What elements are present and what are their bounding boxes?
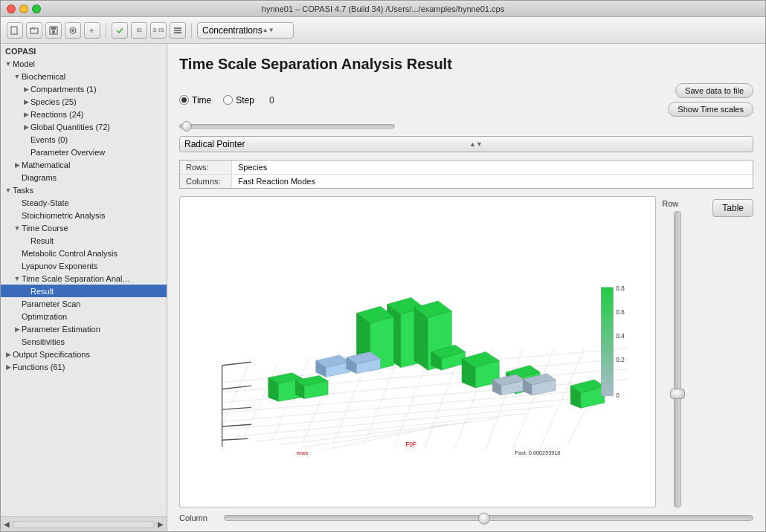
sidebar-item-reactions[interactable]: ▶ Reactions (24)	[1, 108, 167, 120]
radio-time[interactable]: Time	[179, 95, 211, 106]
window-controls	[7, 4, 41, 13]
close-button[interactable]	[7, 4, 16, 13]
column-slider-thumb[interactable]	[478, 513, 490, 525]
layout-button[interactable]	[170, 22, 186, 39]
nav-forward-icon[interactable]: ▶	[158, 520, 164, 528]
sidebar-item-functions[interactable]: ▶ Functions (61)	[1, 360, 167, 373]
svg-text:Fast: 0.000253918: Fast: 0.000253918	[515, 450, 561, 456]
sidebar-item-label: Parameter Scan	[22, 299, 167, 308]
page-title: Time Scale Separation Analysis Result	[179, 56, 753, 73]
main-window: hynne01 – COPASI 4.7 (Build 34) /Users/.…	[0, 0, 766, 532]
sidebar-item-sensitivities[interactable]: Sensitivities	[1, 335, 167, 348]
radio-time-circle	[179, 95, 189, 105]
sidebar-item-timescale-sep[interactable]: ▼ Time Scale Separation Anal…	[1, 272, 167, 285]
sidebar-item-result-tss[interactable]: Result	[1, 285, 167, 297]
column-slider[interactable]	[224, 515, 753, 521]
row-slider[interactable]	[674, 211, 681, 507]
top-slider-track[interactable]	[179, 124, 395, 129]
sidebar-item-stoichiometric[interactable]: Stoichiometric Analysis	[1, 209, 167, 221]
expand-icon: ▼	[13, 73, 22, 80]
check-button[interactable]	[112, 22, 128, 39]
sidebar-item-optimization[interactable]: Optimization	[1, 310, 167, 322]
svg-text:rows: rows	[297, 450, 309, 456]
sidebar-item-label: Parameter Estimation	[22, 325, 167, 334]
nav-back-icon[interactable]: ◀	[4, 520, 10, 528]
sidebar-item-label: Diagrams	[22, 173, 167, 182]
radio-step-circle	[223, 95, 233, 105]
svg-rect-9	[174, 27, 181, 29]
sidebar-item-lyapunov[interactable]: Lyapunov Exponents	[1, 259, 167, 272]
sidebar-item-model[interactable]: ▼ Model	[1, 57, 167, 70]
table-button[interactable]: Table	[712, 199, 753, 217]
sidebar-item-label: Parameter Overview	[30, 148, 167, 157]
expand-icon: ▶	[13, 161, 22, 169]
column-slider-row: Column	[179, 507, 753, 522]
sidebar-item-time-course[interactable]: ▼ Time Course	[1, 221, 167, 234]
controls-left: Time Step 0	[179, 95, 274, 106]
sidebar-item-label: Result	[30, 287, 167, 296]
sidebar-item-biochemical[interactable]: ▼ Biochemical	[1, 70, 167, 82]
svg-rect-0	[11, 27, 17, 34]
sidebar-item-label: Species (25)	[30, 97, 167, 106]
sidebar-scrollbar[interactable]	[13, 521, 155, 528]
chart-area[interactable]: 0.8 0.6 0.4 0.2 0 F0F rows Fast: 0.00025…	[179, 196, 656, 507]
sidebar-item-label: Compartments (1)	[30, 85, 167, 94]
row-slider-thumb[interactable]	[670, 389, 685, 399]
concentrations-dropdown[interactable]: Concentrations ▲▼	[197, 22, 294, 39]
rows-value: Species	[232, 160, 753, 174]
radio-step[interactable]: Step	[223, 95, 254, 106]
svg-point-7	[71, 29, 74, 32]
sidebar-item-metabolic[interactable]: Metabolic Control Analysis	[1, 247, 167, 259]
save-button-toolbar[interactable]	[45, 22, 62, 39]
mode-button-2[interactable]: S IS	[150, 22, 167, 39]
svg-marker-48	[414, 308, 428, 370]
sidebar-item-events[interactable]: Events (0)	[1, 133, 167, 146]
sidebar-item-species[interactable]: ▶ Species (25)	[1, 95, 167, 108]
sidebar-item-label: Biochemical	[22, 72, 167, 81]
sidebar-item-steady-state[interactable]: Steady-State	[1, 196, 167, 209]
expand-icon: ▶	[22, 123, 30, 131]
sidebar-item-diagrams[interactable]: Diagrams	[1, 171, 167, 184]
dropdown-row: Radical Pointer ▲▼	[179, 136, 753, 152]
save-data-button[interactable]: Save data to file	[675, 83, 753, 98]
sidebar-item-label: Sensitivities	[22, 337, 167, 346]
expand-icon: ▼	[13, 275, 22, 282]
radical-pointer-dropdown[interactable]: Radical Pointer ▲▼	[179, 136, 753, 152]
window-title: hynne01 – COPASI 4.7 (Build 34) /Users/.…	[262, 4, 504, 13]
sidebar-item-label: Model	[13, 59, 167, 68]
maximize-button[interactable]	[32, 4, 41, 13]
sidebar-item-global-quantities[interactable]: ▶ Global Quantities (72)	[1, 120, 167, 133]
sidebar-item-parameter-estimation[interactable]: ▶ Parameter Estimation	[1, 322, 167, 335]
dropdown-arrow-icon: ▲▼	[469, 140, 748, 148]
sidebar-item-label: Lyapunov Exponents	[22, 262, 167, 270]
sidebar-item-label: Steady-State	[22, 198, 167, 207]
sidebar-item-result-tc[interactable]: Result	[1, 234, 167, 247]
show-timescales-button[interactable]: Show Time scales	[668, 102, 753, 117]
sidebar-item-parameter-overview[interactable]: Parameter Overview	[1, 146, 167, 158]
info-table: Rows: Species Columns: Fast Reaction Mod…	[179, 160, 753, 189]
open-button[interactable]	[26, 22, 42, 39]
controls-row: Time Step 0 Save data to file Show Time …	[179, 83, 753, 117]
capture-button[interactable]	[65, 22, 81, 39]
sidebar-bottom: ◀ ▶	[1, 516, 167, 531]
sidebar-item-label: Events (0)	[30, 135, 167, 144]
step-value: 0	[269, 95, 274, 106]
sidebar-item-label: Result	[30, 236, 167, 245]
sidebar-item-mathematical[interactable]: ▶ Mathematical	[1, 158, 167, 171]
title-bar: hynne01 – COPASI 4.7 (Build 34) /Users/.…	[1, 1, 765, 17]
top-slider-thumb[interactable]	[181, 121, 192, 132]
sidebar-item-parameter-scan[interactable]: Parameter Scan	[1, 297, 167, 310]
sidebar-item-output-specs[interactable]: ▶ Output Specifications	[1, 348, 167, 360]
main-layout: COPASI ▼ Model ▼ Biochemical ▶ Compartme…	[1, 44, 765, 531]
add-button[interactable]: +	[84, 22, 100, 39]
sidebar-item-tasks[interactable]: ▼ Tasks	[1, 184, 167, 196]
minimize-button[interactable]	[19, 4, 28, 13]
sidebar-item-compartments[interactable]: ▶ Compartments (1)	[1, 82, 167, 95]
expand-icon: ▼	[4, 186, 13, 194]
new-button[interactable]	[7, 22, 23, 39]
sidebar-item-label: Time Scale Separation Anal…	[22, 274, 167, 283]
svg-text:0.6: 0.6	[616, 309, 625, 316]
svg-rect-10	[174, 30, 181, 31]
dropdown-arrow-icon: ▲▼	[263, 27, 289, 33]
mode-button-1[interactable]: IS	[131, 22, 147, 39]
